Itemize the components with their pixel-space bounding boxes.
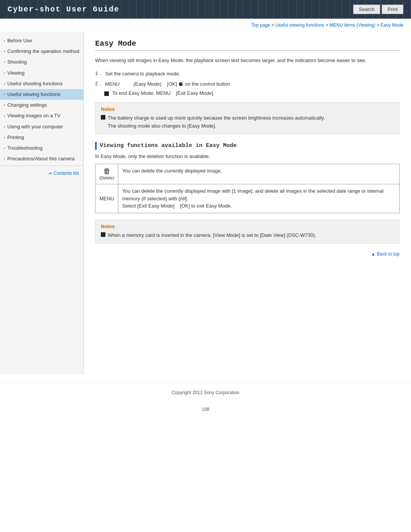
breadcrumb: Top page > Useful viewing functions > ME… <box>0 19 411 32</box>
sidebar-divider <box>0 166 83 166</box>
sidebar-item-label: Confirming the operation method <box>7 48 79 55</box>
footer: Copyright 2012 Sony Corporation <box>0 382 411 403</box>
sidebar-item-label: Useful shooting functions <box>7 80 62 87</box>
notes-text-2: When a memory card is inserted in the ca… <box>108 232 316 240</box>
sidebar-item-computer[interactable]: ▪ Using with your computer <box>0 121 83 132</box>
contents-list-label: Contents list <box>54 171 79 176</box>
bullet-icon: ▪ <box>4 113 5 118</box>
bullet-icon: ▪ <box>4 60 5 65</box>
page-title: Easy Mode <box>95 39 400 51</box>
section-heading-text: Viewing functions available in Easy Mode <box>100 142 237 149</box>
page-layout: ▪ Before Use ▪ Confirming the operation … <box>0 32 411 374</box>
sidebar-item-label: Printing <box>7 134 24 141</box>
breadcrumb-easy-mode[interactable]: Easy Mode <box>381 22 403 28</box>
bullet-icon: ▪ <box>4 135 5 140</box>
bullet-icon: ▪ <box>4 103 5 108</box>
bullet-icon: ▪ <box>4 125 5 129</box>
contents-list-link[interactable]: ⇒ Contents list <box>0 168 83 179</box>
notes-label-1: Notes <box>101 106 394 112</box>
notes-black-square <box>101 115 105 120</box>
page-number: 108 <box>0 403 411 416</box>
sidebar-item-label: Viewing images on a TV <box>7 112 61 119</box>
notes-content-2: When a memory card is inserted in the ca… <box>101 232 394 240</box>
steps: 1． Set the camera to playback mode. 2． M… <box>95 70 400 96</box>
sidebar-item-precautions[interactable]: ▪ Precautions/About this camera <box>0 153 83 164</box>
bullet-icon: ▪ <box>4 38 5 43</box>
notes-box-1: Notes The battery charge is used up more… <box>95 102 400 134</box>
intro-text: When viewing still images in Easy Mode, … <box>95 57 400 65</box>
notes-black-square-2 <box>101 232 105 237</box>
breadcrumb-sep1: > <box>271 22 275 28</box>
sidebar-item-label: Precautions/About this camera <box>7 155 75 162</box>
bullet-icon: ▪ <box>4 146 5 151</box>
sidebar-item-useful-shooting[interactable]: ▪ Useful shooting functions <box>0 78 83 89</box>
print-button[interactable]: Print <box>382 5 403 14</box>
table-row: MENU You can delete the currently displa… <box>96 184 400 213</box>
sidebar-item-troubleshooting[interactable]: ▪ Troubleshooting <box>0 143 83 153</box>
sidebar-item-label: Using with your computer <box>7 123 63 130</box>
notes-content-1: The battery charge is used up more quick… <box>101 114 394 130</box>
function-table: 🗑 (Delete) You can delete the currently … <box>95 164 400 213</box>
back-to-top-anchor[interactable]: ▲ Back to top <box>371 251 400 257</box>
contents-list-arrow: ⇒ <box>48 171 52 176</box>
step-2: 2． MENU (Easy Mode) [OK] on the control … <box>95 80 400 88</box>
breadcrumb-sep3: > <box>377 22 381 28</box>
sidebar: ▪ Before Use ▪ Confirming the operation … <box>0 32 84 374</box>
sidebar-item-useful-viewing[interactable]: ▪ Useful viewing functions <box>0 89 83 100</box>
breadcrumb-top[interactable]: Top page <box>251 22 270 28</box>
sidebar-item-before-use[interactable]: ▪ Before Use <box>0 35 83 46</box>
sidebar-item-label: Viewing <box>7 70 24 77</box>
notes-text-1: The battery charge is used up more quick… <box>108 114 325 130</box>
sidebar-item-label: Changing settings <box>7 102 47 109</box>
notes-label-2: Notes <box>101 224 394 229</box>
step-2-sub: To end Easy Mode, MENU [Exit Easy Mode]. <box>104 90 400 96</box>
black-square-icon <box>104 91 109 96</box>
bullet-icon: ▪ <box>4 71 5 76</box>
main-content: Easy Mode When viewing still images in E… <box>84 32 411 374</box>
sidebar-item-label: Useful viewing functions <box>7 91 60 98</box>
step-num-2: 2． <box>95 80 103 87</box>
bullet-icon: ▪ <box>4 81 5 86</box>
bullet-icon: ▪ <box>4 157 5 161</box>
delete-description: You can delete the currently displayed i… <box>118 164 400 184</box>
blue-bar-icon <box>95 142 97 150</box>
delete-icon-cell: 🗑 (Delete) <box>96 164 118 184</box>
breadcrumb-menu-items[interactable]: MENU items (Viewing) <box>330 22 375 28</box>
menu-description: You can delete the currently displayed i… <box>118 184 400 213</box>
sidebar-item-viewing[interactable]: ▪ Viewing <box>0 68 83 78</box>
delete-label: (Delete) <box>99 175 114 181</box>
header-buttons: Search Print <box>353 5 403 14</box>
delete-icon: 🗑 <box>99 167 114 175</box>
step-content-1: Set the camera to playback mode. <box>105 70 180 78</box>
step-content-2: MENU (Easy Mode) [OK] on the control but… <box>105 80 230 88</box>
bullet-icon: ▪ <box>4 92 5 97</box>
notes-box-2: Notes When a memory card is inserted in … <box>95 219 400 244</box>
header: Cyber-shot User Guide Search Print <box>0 0 411 19</box>
table-row: 🗑 (Delete) You can delete the currently … <box>96 164 400 184</box>
bullet-icon: ▪ <box>4 49 5 54</box>
sidebar-item-label: Troubleshooting <box>7 145 43 152</box>
section-heading: Viewing functions available in Easy Mode <box>95 142 400 150</box>
sidebar-item-label: Before Use <box>7 37 32 44</box>
step-1: 1． Set the camera to playback mode. <box>95 70 400 78</box>
step-num-1: 1． <box>95 70 103 77</box>
sidebar-item-viewing-tv[interactable]: ▪ Viewing images on a TV <box>0 110 83 121</box>
sidebar-item-confirming[interactable]: ▪ Confirming the operation method <box>0 46 83 57</box>
sidebar-item-label: Shooting <box>7 59 27 66</box>
circle-icon <box>179 82 183 86</box>
breadcrumb-sep2: > <box>325 22 329 28</box>
back-to-top-link[interactable]: ▲ Back to top <box>95 251 400 257</box>
sidebar-item-shooting[interactable]: ▪ Shooting <box>0 57 83 67</box>
section-subtext: In Easy Mode, only the deletion function… <box>95 153 400 159</box>
sidebar-item-changing-settings[interactable]: ▪ Changing settings <box>0 100 83 110</box>
sidebar-item-printing[interactable]: ▪ Printing <box>0 132 83 143</box>
copyright-text: Copyright 2012 Sony Corporation <box>172 390 239 395</box>
breadcrumb-useful-viewing[interactable]: Useful viewing functions <box>275 22 324 28</box>
search-button[interactable]: Search <box>353 5 380 14</box>
site-title: Cyber-shot User Guide <box>8 5 119 14</box>
menu-label: MENU <box>99 196 114 201</box>
menu-icon-cell: MENU <box>96 184 118 213</box>
